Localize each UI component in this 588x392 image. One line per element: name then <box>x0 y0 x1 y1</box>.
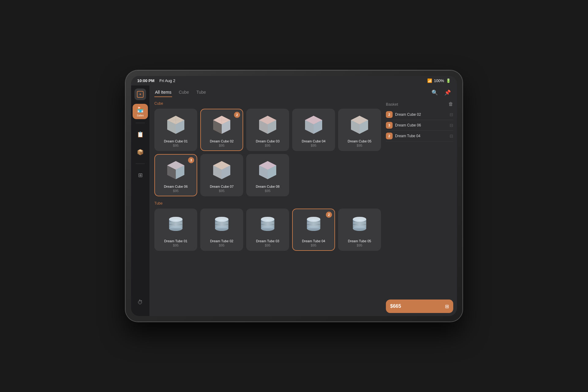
tube02-image <box>209 212 234 237</box>
cube-section: Cube <box>154 101 381 196</box>
content-area: All Items Cube Tube 🔍 📌 <box>149 85 457 316</box>
svg-point-63 <box>353 217 366 222</box>
sidebar-logo: ✦ <box>134 89 146 100</box>
product-card-tube01[interactable]: Dream Tube 01 $95 <box>154 209 197 251</box>
svg-point-53 <box>261 224 274 228</box>
tube-section: Tube <box>154 201 381 251</box>
svg-point-57 <box>307 217 320 222</box>
tube02-price: $95 <box>219 243 224 247</box>
tube04-svg <box>302 213 325 236</box>
basket-item-cube02-qty: 2 <box>386 111 393 118</box>
basket-clear-button[interactable]: 🗑 <box>448 101 453 107</box>
product-card-cube01[interactable]: Dream Cube 01 $95 <box>154 109 197 151</box>
product-card-tube04[interactable]: 2 <box>292 209 335 251</box>
product-card-cube06[interactable]: 3 <box>154 154 197 196</box>
basket-item-cube02-name: Dream Cube 02 <box>395 112 447 117</box>
cube01-svg <box>164 113 187 136</box>
checkout-button[interactable]: $665 ⊞ <box>386 300 453 313</box>
product-card-cube05[interactable]: Dream Cube 05 $95 <box>338 109 381 151</box>
basket-item-tube04-remove[interactable]: ⊟ <box>450 134 453 138</box>
cube07-name: Dream Cube 07 <box>210 185 234 188</box>
tube01-image <box>164 212 188 237</box>
basket-item-tube04-name: Dream Tube 04 <box>395 134 447 138</box>
grid-icon: ⊞ <box>138 172 143 179</box>
cube03-name: Dream Cube 03 <box>256 139 280 143</box>
sidebar-item-inventory[interactable]: 📦 <box>133 145 148 160</box>
product-card-cube08[interactable]: Dream Cube 08 $95 <box>246 154 289 196</box>
basket-item-cube06-name: Dream Cube 06 <box>395 123 447 127</box>
cube05-svg <box>348 113 371 136</box>
svg-point-40 <box>169 221 183 224</box>
sidebar-item-grid[interactable]: ⊞ <box>133 168 148 183</box>
tube04-price: $95 <box>311 243 316 247</box>
cube02-svg <box>210 113 233 136</box>
tab-bar: All Items Cube Tube <box>154 88 207 97</box>
tube-section-label: Tube <box>154 201 381 205</box>
cube02-image <box>209 112 234 137</box>
product-card-cube02[interactable]: 2 <box>200 109 243 151</box>
products-area: Cube <box>154 100 382 313</box>
checkout-total: $665 <box>390 303 401 309</box>
cube05-name: Dream Cube 05 <box>348 139 371 143</box>
pin-button[interactable]: 📌 <box>443 88 452 97</box>
cube04-name: Dream Cube 04 <box>302 139 326 143</box>
cube02-price: $95 <box>219 144 224 147</box>
tablet-body: 10:00 PM Fri Aug 2 📶 100% 🔋 ✦ <box>126 70 462 322</box>
top-nav-actions: 🔍 📌 <box>430 88 452 97</box>
checkout-icon: ⊞ <box>445 303 449 309</box>
product-card-cube07[interactable]: Dream Cube 07 $95 <box>200 154 243 196</box>
tube01-price: $95 <box>173 243 179 247</box>
tube02-name: Dream Tube 02 <box>210 239 233 243</box>
sidebar-bottom: ⏱ <box>133 295 148 313</box>
sidebar-item-sales[interactable]: 🏪 Sales <box>133 104 148 119</box>
basket-item-cube06-qty: 3 <box>386 122 393 129</box>
product-card-cube04[interactable]: Dream Cube 04 $95 <box>292 109 335 151</box>
cube02-badge: 2 <box>234 112 240 118</box>
sidebar: ✦ 🏪 Sales 📋 📦 <box>131 85 149 316</box>
basket-panel: Basket 🗑 2 Dream Cube 02 ⊟ 3 <box>386 100 453 313</box>
tab-all-items[interactable]: All Items <box>154 88 172 97</box>
cube08-price: $95 <box>265 189 270 193</box>
tube04-name: Dream Tube 04 <box>302 239 325 243</box>
product-card-cube03[interactable]: Dream Cube 03 $95 <box>246 109 289 151</box>
cube03-price: $95 <box>265 144 270 147</box>
product-card-tube02[interactable]: Dream Tube 02 $95 <box>200 209 243 251</box>
cube-section-label: Cube <box>154 101 381 106</box>
tab-cube[interactable]: Cube <box>178 88 190 97</box>
search-button[interactable]: 🔍 <box>430 88 439 97</box>
sidebar-item-reports[interactable]: 📋 <box>133 127 148 142</box>
svg-point-64 <box>353 221 366 224</box>
tab-tube[interactable]: Tube <box>196 88 206 97</box>
cube05-image <box>347 112 372 137</box>
product-card-tube03[interactable]: Dream Tube 03 $95 <box>246 209 289 251</box>
svg-point-46 <box>215 221 228 224</box>
cube07-svg <box>210 159 233 182</box>
tube03-image <box>255 212 280 237</box>
tube01-name: Dream Tube 01 <box>164 239 187 243</box>
sales-icon: 🏪 <box>137 106 144 113</box>
svg-point-65 <box>353 224 366 228</box>
main-split: Cube <box>149 97 457 316</box>
basket-item-cube06: 3 Dream Cube 06 ⊟ <box>386 120 453 131</box>
pin-icon: 📌 <box>444 89 451 96</box>
cube04-svg <box>302 113 325 136</box>
reports-icon: 📋 <box>137 131 144 138</box>
tube04-image <box>301 212 326 237</box>
cube08-image <box>255 158 280 182</box>
tube03-name: Dream Tube 03 <box>256 239 279 243</box>
product-card-tube05[interactable]: Dream Tube 05 $95 <box>338 209 381 251</box>
sidebar-item-clock[interactable]: ⏱ <box>133 295 148 310</box>
cube01-price: $95 <box>173 144 179 147</box>
cube07-price: $95 <box>219 189 224 193</box>
svg-point-39 <box>169 217 183 222</box>
basket-item-cube06-remove[interactable]: ⊟ <box>450 123 453 128</box>
cube06-svg <box>164 159 187 182</box>
tube05-price: $95 <box>357 243 362 247</box>
basket-item-cube02-remove[interactable]: ⊟ <box>450 112 453 117</box>
app-area: ✦ 🏪 Sales 📋 📦 <box>131 85 457 316</box>
top-nav: All Items Cube Tube 🔍 📌 <box>149 85 457 97</box>
cube04-image <box>301 112 326 137</box>
battery-icon: 🔋 <box>446 78 451 83</box>
cube04-price: $95 <box>311 144 316 147</box>
basket-item-tube04-qty: 2 <box>386 133 393 139</box>
